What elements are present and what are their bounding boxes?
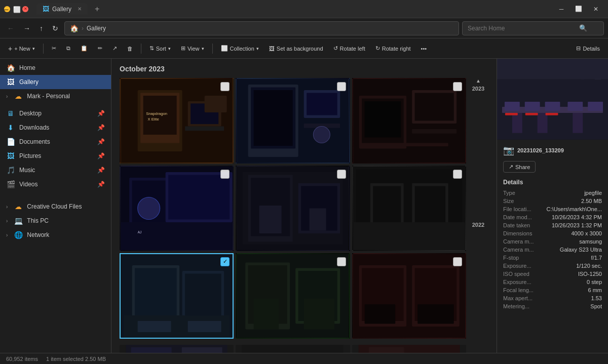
photo-thumb-8[interactable] [236,253,350,339]
forward-btn[interactable]: → [20,22,33,34]
music-icon: 🎵 [6,166,15,174]
sidebar-item-this-pc[interactable]: › 💻 This PC [0,214,111,228]
share-detail-btn[interactable]: ↗ Share [503,161,536,173]
svg-text:AJ: AJ [138,230,142,234]
photo-thumb-9[interactable] [352,253,466,339]
rotate-right-btn[interactable]: ↻ Rotate right [371,43,415,54]
win-minimize[interactable]: ─ [553,3,569,15]
tab-close-icon[interactable]: ✕ [78,6,82,12]
sort-btn[interactable]: ⇅ Sort ▾ [145,43,175,54]
win-close-main[interactable]: ✕ [588,3,604,15]
photo-thumb-6[interactable] [352,166,466,251]
up-btn[interactable]: ↑ [36,22,46,34]
win-restore[interactable]: ⬜ [571,3,587,15]
pictures-icon: 🖼 [6,152,15,160]
search-box[interactable]: 🔍 [462,21,604,35]
app-tab[interactable]: 🖼 Gallery ✕ [36,3,88,15]
collection-btn[interactable]: ⬜ Collection ▾ [217,43,263,54]
home-nav-icon: 🏠 [6,64,15,72]
details-row-date-mod: Date mod... 10/26/2023 4:32 PM [497,213,608,221]
date-mod-val: 10/26/2023 4:32 PM [552,214,602,220]
svg-rect-25 [412,129,457,134]
photo-thumb-2[interactable] [236,78,350,164]
new-btn[interactable]: + + New ▾ [4,43,39,55]
fstop-key: F-stop [503,255,519,261]
background-btn[interactable]: 🖼 Set as background [265,44,327,54]
search-input[interactable] [468,25,579,32]
photo-4-checkbox[interactable] [220,170,230,179]
delete-btn[interactable]: 🗑 [123,44,137,54]
gallery-area: October 2023 Snapdragon X Elite [111,59,497,364]
photo-1-checkbox[interactable] [220,82,230,91]
pin-downloads-icon: 📌 [97,124,105,131]
sidebar-item-gallery[interactable]: 🖼 Gallery [0,75,111,89]
view-label: View [187,46,200,52]
exposure-val: 1/120 sec. [576,263,602,269]
sidebar-item-videos[interactable]: 🎬 Videos 📌 [0,177,111,191]
sidebar-item-mark-personal[interactable]: › ☁ Mark - Personal [0,89,111,103]
details-btn[interactable]: ⊟ Details [572,43,604,54]
paste-btn[interactable]: 📋 [77,43,92,54]
details-row-max-aperture: Max apert... 1.53 [497,294,608,302]
photo-2-checkbox[interactable] [337,82,346,91]
fstop-val: f/1.7 [591,255,602,261]
sidebar-item-downloads[interactable]: ⬇ Downloads 📌 [0,120,111,135]
refresh-btn[interactable]: ↻ [49,22,61,34]
share-tb-btn[interactable]: ↗ [108,43,121,54]
view-btn[interactable]: ⊞ View ▾ [177,43,208,54]
photo-thumb-7[interactable]: ✓ [120,253,234,339]
address-input[interactable]: 🏠 › Gallery [64,21,459,35]
documents-icon: 📄 [6,138,15,146]
photo-7-checkbox[interactable]: ✓ [220,257,230,266]
timeline-year-2022[interactable]: 2022 [472,222,484,228]
copy-btn[interactable]: ⧉ [62,43,74,54]
maximize-btn[interactable]: ⬜ [13,6,19,12]
minimize-btn[interactable]: ─ [4,6,10,12]
more-icon: ••• [421,46,427,52]
sidebar-item-music[interactable]: 🎵 Music 📌 [0,163,111,177]
sidebar-item-creative-cloud[interactable]: › ☁ Creative Cloud Files [0,199,111,214]
sidebar-item-documents[interactable]: 📄 Documents 📌 [0,135,111,149]
rename-btn[interactable]: ✏ [94,43,106,54]
photo-8-checkbox[interactable] [337,257,346,266]
photo-thumb-1[interactable]: Snapdragon X Elite [120,78,234,164]
sidebar-item-pictures[interactable]: 🖼 Pictures 📌 [0,149,111,163]
details-row-focal-length: Focal leng... 6 mm [497,286,608,294]
sidebar-item-desktop[interactable]: 🖥 Desktop 📌 [0,106,111,120]
timeline-year-2023[interactable]: 2023 [472,86,484,92]
timeline-arrow-up[interactable]: ▲ [476,78,481,84]
type-val: jpegfile [584,190,602,196]
close-btn[interactable]: ✕ [22,6,28,12]
back-btn[interactable]: ← [4,22,17,34]
photo-thumb-4[interactable]: AJ [120,166,234,251]
svg-rect-8 [185,126,224,131]
videos-label: Videos [19,181,37,188]
rotate-right-label: Rotate right [382,46,411,52]
delete-icon: 🗑 [127,46,133,52]
photo-9-checkbox[interactable] [453,257,462,266]
cut-btn[interactable]: ✂ [48,43,60,54]
new-icon: + [8,45,12,53]
new-chevron-icon: ▾ [32,46,35,51]
sidebar-item-network[interactable]: › 🌐 Network [0,228,111,242]
search-icon: 🔍 [579,24,587,32]
photo-thumb-3[interactable] [352,78,466,164]
sidebar-item-home[interactable]: 🏠 Home [0,61,111,75]
svg-rect-103 [497,59,608,79]
photo-thumb-5[interactable] [236,166,350,251]
svg-rect-67 [254,299,279,329]
svg-rect-88 [512,113,522,133]
rotate-left-btn[interactable]: ↺ Rotate left [329,43,369,54]
photo-3-checkbox[interactable] [453,82,462,91]
photo-6-checkbox[interactable] [453,170,462,179]
svg-rect-48 [373,186,401,227]
rotate-left-label: Rotate left [340,46,365,52]
toolbar: + + New ▾ ✂ ⧉ 📋 ✏ ↗ 🗑 ⇅ Sort ▾ ⊞ View ▾ … [0,38,608,59]
dimensions-key: Dimensions [503,230,532,236]
more-btn[interactable]: ••• [417,44,431,54]
svg-rect-95 [588,102,603,111]
item-count: 60,952 items [6,356,38,362]
photo-5-checkbox[interactable] [337,170,346,179]
expand-icon: › [6,94,8,99]
new-tab-btn[interactable]: + [92,5,102,14]
